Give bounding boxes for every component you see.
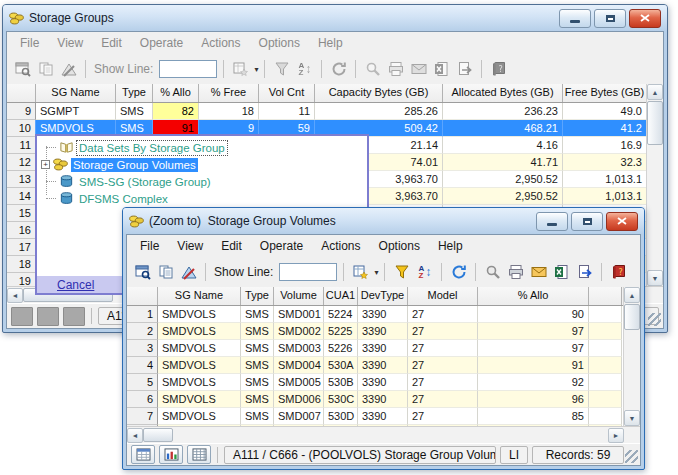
menu-item-edit[interactable]: Edit [212, 236, 251, 256]
column-header-cua1[interactable]: CUA1 [324, 287, 358, 305]
scroll-thumb[interactable] [647, 101, 663, 145]
menu-item-view[interactable]: View [168, 236, 212, 256]
menu-item-options[interactable]: Options [370, 236, 429, 256]
menu-item-actions[interactable]: Actions [312, 236, 369, 256]
export-icon[interactable] [454, 59, 475, 80]
edit-icon[interactable] [58, 59, 79, 80]
chart-view-button[interactable] [159, 445, 183, 464]
menu-item-help[interactable]: Help [429, 236, 472, 256]
table-row[interactable]: 9SGMPTSMS821811285.26236.2349.0 [7, 103, 647, 120]
minimize-button[interactable] [536, 212, 568, 231]
print-icon[interactable] [385, 59, 406, 80]
column-header-cap[interactable]: Capacity Bytes (GB) [315, 84, 443, 102]
popup-item-sms-sg[interactable]: SMS-SG (Storage Group) [37, 173, 367, 190]
column-header-free[interactable]: % Free [199, 84, 259, 102]
popup-item-data-sets-by-storage-group[interactable]: Data Sets By Storage Group [37, 139, 367, 156]
menu-item-operate[interactable]: Operate [251, 236, 312, 256]
column-header-allo[interactable]: % Allo [478, 287, 589, 305]
scroll-left-button[interactable]: ◄ [127, 428, 143, 443]
table-row[interactable]: 7SMDVOLSSMSSMD007530D33902785 [127, 408, 624, 425]
zoom-window-titlebar[interactable]: (Zoom to) Storage Group Volumes [123, 208, 644, 234]
scroll-thumb[interactable] [624, 304, 640, 330]
column-header-volume[interactable]: Volume [274, 287, 324, 305]
column-header-freeb[interactable]: Free Bytes (GB) [563, 84, 647, 102]
popup-item-dfsms-complex[interactable]: DFSMS Complex [37, 190, 367, 207]
vertical-scrollbar[interactable]: ▲ ▼ [646, 84, 663, 286]
help-book-icon[interactable]: ? [608, 262, 629, 283]
menu-item-file[interactable]: File [11, 33, 48, 53]
show-line-input[interactable] [159, 60, 217, 78]
menu-item-options[interactable]: Options [250, 33, 309, 53]
maximize-button[interactable] [571, 212, 603, 231]
resize-grip[interactable] [648, 313, 661, 326]
excel-icon[interactable] [551, 262, 572, 283]
column-header-devtype[interactable]: DevType [358, 287, 408, 305]
search-icon[interactable] [362, 59, 383, 80]
show-line-input[interactable] [279, 263, 337, 281]
mail-icon[interactable] [528, 262, 549, 283]
status-view-button-3[interactable] [63, 307, 85, 326]
table-row[interactable]: 1SMDVOLSSMSSMD001522433902790 [127, 306, 624, 323]
sort-az-icon[interactable]: AZ↕ [294, 59, 315, 80]
scroll-down-button[interactable]: ▼ [624, 410, 640, 426]
export-icon[interactable] [574, 262, 595, 283]
refresh-icon[interactable] [448, 262, 469, 283]
grid-view-button[interactable] [187, 445, 211, 464]
storage-groups-titlebar[interactable]: Storage Groups [3, 5, 667, 31]
table-view-button[interactable] [131, 445, 155, 464]
status-view-button-2[interactable] [37, 307, 59, 326]
view-style-icon[interactable] [230, 59, 251, 80]
zoom-table-icon[interactable] [132, 262, 153, 283]
refresh-icon[interactable] [328, 59, 349, 80]
menu-item-actions[interactable]: Actions [192, 33, 249, 53]
column-header-allo[interactable]: % Allo [153, 84, 199, 102]
maximize-button[interactable] [594, 9, 626, 28]
excel-icon[interactable] [431, 59, 452, 80]
scroll-left-button[interactable]: ◄ [7, 288, 23, 303]
help-book-icon[interactable]: ? [488, 59, 509, 80]
menu-item-help[interactable]: Help [309, 33, 352, 53]
column-header-type[interactable]: Type [116, 84, 153, 102]
view-style-icon[interactable] [350, 262, 371, 283]
zoom-table-icon[interactable] [12, 59, 33, 80]
scroll-up-button[interactable]: ▲ [647, 84, 663, 100]
print-icon[interactable] [505, 262, 526, 283]
close-button[interactable] [629, 9, 661, 28]
vertical-scrollbar[interactable]: ▲ ▼ [623, 287, 640, 426]
column-header-type[interactable]: Type [241, 287, 274, 305]
scroll-right-button[interactable]: ► [608, 428, 624, 443]
filter-icon[interactable] [391, 262, 412, 283]
view-style-caret-icon[interactable]: ▾ [254, 65, 258, 74]
status-view-button-1[interactable] [11, 307, 33, 326]
column-header-alloc[interactable]: Allocated Bytes (GB) [443, 84, 563, 102]
table-row[interactable]: 5SMDVOLSSMSSMD005530B33902792 [127, 374, 624, 391]
column-header-sg[interactable]: SG Name [158, 287, 241, 305]
table-row[interactable]: 3SMDVOLSSMSSMD003522633902797 [127, 340, 624, 357]
cancel-link[interactable]: Cancel [57, 278, 94, 292]
view-style-caret-icon[interactable]: ▾ [374, 268, 378, 277]
mail-icon[interactable] [408, 59, 429, 80]
expand-plus-icon[interactable]: + [41, 160, 50, 169]
table-row[interactable]: 4SMDVOLSSMSSMD004530A33902791 [127, 357, 624, 374]
column-header-volcnt[interactable]: Vol Cnt [259, 84, 315, 102]
menu-item-view[interactable]: View [48, 33, 92, 53]
resize-grip[interactable] [625, 450, 638, 463]
table-row[interactable]: 2SMDVOLSSMSSMD002522533902797 [127, 323, 624, 340]
minimize-button[interactable] [559, 9, 591, 28]
sort-az-icon[interactable]: AZ↕ [414, 262, 435, 283]
menu-item-operate[interactable]: Operate [131, 33, 192, 53]
scroll-thumb[interactable] [143, 428, 173, 442]
menu-item-file[interactable]: File [131, 236, 168, 256]
scroll-down-button[interactable]: ▼ [647, 270, 663, 286]
table-row[interactable]: 6SMDVOLSSMSSMD006530C33902796 [127, 391, 624, 408]
scroll-up-button[interactable]: ▲ [624, 287, 640, 303]
filter-icon[interactable] [271, 59, 292, 80]
horizontal-scrollbar[interactable]: ◄ ► [127, 426, 640, 443]
copy-icon[interactable] [155, 262, 176, 283]
edit-icon[interactable] [178, 262, 199, 283]
column-header-model[interactable]: Model [408, 287, 478, 305]
menu-item-edit[interactable]: Edit [92, 33, 131, 53]
search-icon[interactable] [482, 262, 503, 283]
close-button[interactable] [606, 212, 638, 231]
copy-icon[interactable] [35, 59, 56, 80]
